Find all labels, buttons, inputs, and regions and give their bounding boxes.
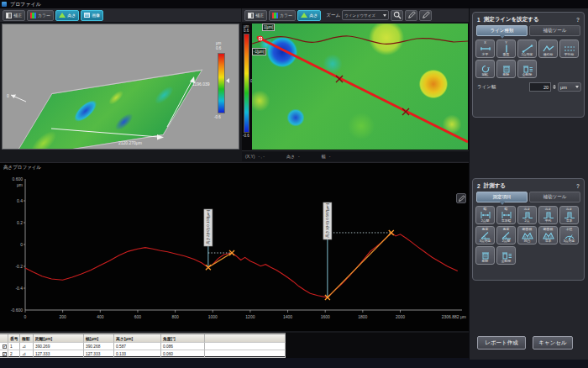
angle-measure-icon bbox=[480, 231, 491, 239]
measure-area-profile[interactable]: 断面積凹凸 bbox=[517, 226, 537, 244]
width-measure-icon bbox=[501, 211, 512, 219]
measure-delete[interactable]: 削除 bbox=[475, 246, 495, 265]
line-width-input[interactable]: 20 bbox=[529, 82, 551, 92]
tab-aux-tools-2[interactable]: 補助ツール bbox=[529, 192, 580, 202]
correction-icon bbox=[248, 13, 254, 18]
measure-radius-3point[interactable]: 半径3点指定 bbox=[559, 226, 579, 244]
panel1-number: 1 bbox=[477, 17, 480, 23]
cell-width: 127.333 bbox=[84, 350, 114, 358]
cancel-button[interactable]: キャンセル bbox=[533, 336, 573, 350]
x-tick-label: 1000 bbox=[208, 314, 218, 319]
color-button[interactable]: カラー bbox=[27, 10, 54, 21]
image-icon bbox=[84, 13, 90, 18]
measure-width-reference[interactable]: 幅基準幅 bbox=[496, 206, 516, 224]
width-measure-icon bbox=[480, 211, 491, 219]
profile-curve bbox=[25, 233, 458, 297]
y-max-label: 0.600 bbox=[12, 176, 23, 181]
width-value: - bbox=[329, 154, 331, 159]
width-label: 幅 bbox=[322, 154, 326, 159]
measure-height-reference[interactable]: 高さ基準 bbox=[559, 206, 579, 224]
view-2d[interactable]: μm 0.6 0 -0.6 1[μm] -1[μm] bbox=[242, 24, 469, 150]
polyline-icon bbox=[543, 45, 554, 53]
create-report-button[interactable]: レポート作成 bbox=[477, 336, 526, 350]
tab-measurement-items[interactable]: 測定項目 bbox=[476, 192, 528, 202]
mountain-icon bbox=[301, 13, 307, 18]
tool-rotate-line[interactable]: 回転 bbox=[475, 60, 495, 78]
measurement-line[interactable] bbox=[208, 253, 232, 267]
window-title: プロファイル bbox=[10, 1, 41, 8]
y-min-label: -0.600 bbox=[11, 308, 23, 313]
header-type: 種類 bbox=[20, 334, 34, 343]
side-panel: 1 測定ラインを設定する ? ライン種類 補助ツール X水平 Y垂直 2点指定 … bbox=[469, 8, 588, 360]
line-width-label: ライン幅 bbox=[475, 84, 496, 90]
trace-min-label: -1[μm] bbox=[252, 48, 266, 55]
cell-width: 390.268 bbox=[84, 343, 114, 350]
tab-line-type[interactable]: ライン種類 bbox=[476, 25, 528, 36]
line-width-stepper[interactable] bbox=[553, 85, 556, 89]
tool-continuous-line[interactable]: 連続線 bbox=[538, 39, 558, 58]
spin-up-icon bbox=[553, 85, 556, 87]
help-icon[interactable]: ? bbox=[576, 17, 580, 23]
tool-two-point-line[interactable]: 2点指定 bbox=[517, 39, 537, 58]
magnifier-button[interactable] bbox=[391, 10, 403, 21]
x-tick-label: 1800 bbox=[358, 314, 367, 319]
height-view-button[interactable]: 高さ bbox=[55, 10, 79, 21]
correction-button[interactable]: 補正 bbox=[3, 10, 25, 21]
measure-angle-3point[interactable]: 角度3点指定 bbox=[475, 226, 495, 244]
height-view-button-2d[interactable]: 高さ bbox=[297, 10, 321, 21]
tool-delete-all-lines[interactable]: 全削除 bbox=[517, 60, 537, 78]
radius-measure-icon bbox=[564, 231, 575, 239]
xy-label: (X,Y) bbox=[245, 154, 255, 159]
cell-height: 0.587 bbox=[114, 343, 161, 350]
height-map[interactable]: 1[μm] -1[μm] bbox=[252, 24, 468, 150]
view-3d[interactable]: 0 2120.270μm 1196.039 μm 0.6 -0.6 bbox=[2, 24, 239, 150]
parallel-lines-icon bbox=[564, 45, 575, 53]
bottom-strip bbox=[469, 360, 588, 368]
table-row: ✓ 2 ⊿ 127.333 127.333 0.133 0.060 bbox=[0, 350, 286, 358]
colorbar-slider[interactable] bbox=[226, 78, 229, 83]
trace-max-label: 1[μm] bbox=[262, 24, 275, 31]
status-bar-2d: (X,Y) - , - 高さ - 幅 - bbox=[242, 150, 469, 161]
zoom-select[interactable]: ウィンドウサイズ bbox=[342, 10, 389, 20]
colorbar-3d[interactable] bbox=[218, 53, 225, 113]
measure-height-average[interactable]: 高さ平均 bbox=[538, 206, 558, 224]
x-tick-label: 1400 bbox=[283, 314, 292, 319]
tool-parallel-lines[interactable]: 平行線 bbox=[559, 39, 579, 58]
row-checkbox[interactable]: ✓ bbox=[3, 344, 7, 349]
tab-aux-tools-1[interactable]: 補助ツール bbox=[529, 25, 580, 36]
tool-vertical-line[interactable]: Y垂直 bbox=[496, 39, 516, 58]
measurement-line[interactable] bbox=[328, 233, 391, 297]
colorbar-2d[interactable] bbox=[244, 34, 249, 133]
correction-button-2d[interactable]: 補正 bbox=[244, 10, 267, 21]
row-checkbox[interactable]: ✓ bbox=[3, 352, 7, 356]
measure-width-2point[interactable]: 幅2点間 bbox=[475, 206, 495, 224]
draw-line-button[interactable] bbox=[405, 10, 417, 21]
panel2-number: 2 bbox=[477, 183, 480, 189]
profile-chart[interactable]: 0200400600800100012001400160018002000230… bbox=[0, 163, 469, 332]
measure-height-2point[interactable]: 高さ2点 bbox=[517, 206, 537, 224]
color-button-2d[interactable]: カラー bbox=[269, 10, 296, 21]
image-view-button[interactable]: 画像 bbox=[81, 10, 103, 21]
cell-no: 2 bbox=[8, 350, 20, 358]
tool-delete-line[interactable]: 削除 bbox=[496, 60, 516, 78]
help-icon[interactable]: ? bbox=[576, 183, 580, 189]
measure-angle-2point[interactable]: 角度2点間 bbox=[496, 226, 516, 244]
panel1-title: 測定ラインを設定する bbox=[484, 16, 539, 24]
table-header-row: 番号 種類 距離[μm] 幅[μm] 高さ[μm] 角度[°] bbox=[0, 334, 286, 343]
measure-area-reference[interactable]: 断面積基準 bbox=[538, 226, 558, 244]
measure-delete-all[interactable]: 全削除 bbox=[496, 246, 516, 265]
cell-angle: 0.060 bbox=[161, 350, 205, 358]
tool-horizontal-line[interactable]: X水平 bbox=[475, 39, 495, 58]
map-overlay bbox=[252, 24, 468, 150]
measurement-type-icon: ⊿ bbox=[22, 351, 26, 356]
magnifier-icon bbox=[393, 11, 402, 19]
x-tick-label: 400 bbox=[97, 314, 104, 319]
correction-icon bbox=[6, 13, 12, 18]
axis-depth-label: 1196.039 bbox=[192, 81, 209, 87]
axes-3d bbox=[3, 24, 239, 150]
pen-icon bbox=[407, 11, 416, 19]
erase-line-button[interactable] bbox=[419, 10, 432, 21]
scale-max-label: 0.6 bbox=[244, 29, 249, 33]
line-width-unit-select[interactable]: μm bbox=[558, 82, 581, 92]
colorbar-min-label: -0.6 bbox=[214, 115, 221, 119]
